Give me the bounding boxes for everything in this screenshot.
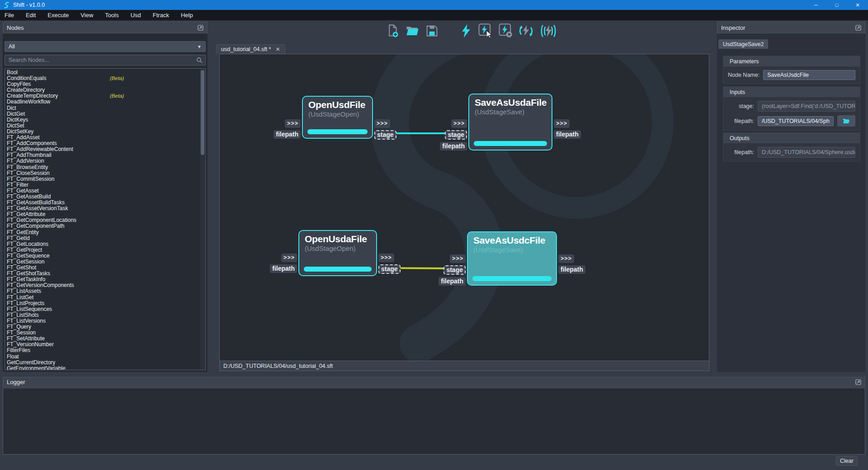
execute-button[interactable] [460,24,472,38]
menu-edit[interactable]: Edit [26,12,36,19]
port-arrow[interactable]: >>> [451,119,467,128]
tab-close-icon[interactable]: ✕ [276,46,280,52]
minimize-button[interactable]: ─ [806,0,826,10]
menu-file[interactable]: File [5,12,14,19]
new-file-button[interactable] [387,24,400,38]
node-status-bar [307,129,368,134]
parameters-group-header[interactable]: Parameters [723,56,860,66]
node-filter-dropdown[interactable]: All ▼ [5,41,206,52]
graph-tab[interactable]: usd_tutorial_04.sft * ✕ [216,44,285,54]
port-filepath[interactable]: filepath [274,130,301,139]
clear-logger-button[interactable]: Clear [836,456,858,466]
execute-from-selected-button[interactable] [498,23,513,38]
port-filepath[interactable]: filepath [440,142,467,150]
inspector-title: Inspector [721,24,745,31]
port-filepath[interactable]: filepath [554,130,581,139]
port-filepath[interactable]: filepath [558,265,585,274]
node-status-bar [472,276,552,281]
node-list-item[interactable]: FT_ListAssets [5,288,205,294]
port-stage[interactable]: stage [378,264,401,274]
left-ports: >>>stagefilepath [440,119,467,150]
node-list-item-label: GetCurrentDirectory [7,359,55,366]
node-list-item-label: FT_CloseSession [7,170,50,176]
filepath-input[interactable] [758,116,834,126]
menu-view[interactable]: View [80,12,93,19]
menu-execute[interactable]: Execute [47,12,69,19]
graph-node-OpenUsdaFile[interactable]: OpenUsdaFile(UsdStageOpen)>>>filepath>>>… [298,230,377,276]
port-stage[interactable]: stage [445,130,467,140]
title-bar: Shift - v1.0.0 ─ □ ✕ [0,0,868,10]
node-list-item[interactable]: Dict [5,105,205,111]
graph-node-SaveAsUsdaFile[interactable]: SaveAsUsdaFile(UsdStageSave)>>>stagefile… [468,94,552,150]
graph-node-OpenUsdFile[interactable]: OpenUsdFile(UsdStageOpen)>>>filepath>>>s… [302,96,373,139]
outputs-group-header[interactable]: Outputs [723,133,860,143]
node-list-item-label: Bool [7,69,18,75]
search-icon [196,57,203,63]
save-file-button[interactable] [425,24,439,38]
node-list-item-label: FT_GetAssetBuild [7,193,51,200]
node-list-item-label: FT_GetAssetBuildTasks [7,199,65,206]
node-name-input[interactable] [763,70,855,80]
node-list-item-label: DictSet [7,122,24,129]
node-list-item-label: DictGet [7,111,25,117]
port-arrow[interactable]: >>> [554,119,570,128]
port-filepath[interactable]: filepath [270,264,297,273]
port-arrow[interactable]: >>> [374,119,390,128]
port-stage[interactable]: stage [374,130,396,140]
port-arrow[interactable]: >>> [285,119,301,128]
open-file-button[interactable] [406,25,420,37]
browse-file-button[interactable] [837,115,855,127]
live-execute-button[interactable] [539,24,557,38]
node-list-item[interactable]: FT_GetEntity [5,230,205,235]
node-list-item-label: DictSetKey [7,128,33,135]
search-input[interactable] [5,57,196,63]
node-list-item[interactable]: FT_VersionNumber [5,342,205,348]
node-list-item[interactable]: ConditionEquals(Beta) [5,75,205,81]
port-stage[interactable]: stage [443,265,466,275]
nodes-panel-header: Nodes [3,22,208,33]
node-list-item-label: FT_GetAsset [7,188,39,194]
node-list-item[interactable]: FT_ListVersions [5,318,205,324]
node-list-item-label: FT_GetSequence [7,253,50,259]
logger-output-area[interactable] [3,388,865,455]
right-ports: >>>filepath [558,254,585,274]
logger-popout-icon[interactable] [855,379,861,385]
filepath-output-label: filepath: [728,149,754,155]
node-subtitle: (UsdStageOpen) [308,110,367,118]
port-arrow[interactable]: >>> [558,254,574,263]
menu-tools[interactable]: Tools [105,12,118,19]
node-list-item-label: FT_GetAssetVersionTask [7,205,68,212]
node-list-item-label: CreateDirectory [7,87,45,93]
execute-selected-button[interactable] [478,23,492,38]
node-list-item-label: FT_VersionNumber [7,341,54,348]
menu-usd[interactable]: Usd [131,12,141,19]
menu-help[interactable]: Help [181,12,193,19]
inputs-group-header[interactable]: Inputs [723,87,860,97]
maximize-button[interactable]: □ [826,0,847,10]
node-list-item[interactable]: DictKeys [5,117,205,123]
reload-and-execute-button[interactable] [519,24,533,38]
graph-canvas[interactable]: OpenUsdFile(UsdStageOpen)>>>filepath>>>s… [219,54,709,361]
node-list-item[interactable]: GetEnvironmentVariable [5,366,205,370]
node-list-item[interactable]: DictGet [5,111,205,117]
inspector-popout-icon[interactable] [855,25,861,31]
node-list-item-label: FT_ListAssets [7,288,41,294]
node-list-item-label: FT_GetEntity [7,229,39,235]
node-list-item-label: FT_ListVersions [7,318,46,324]
port-arrow[interactable]: >>> [450,254,466,263]
chevron-down-icon[interactable]: ▼ [193,42,205,52]
node-list-item[interactable]: DictSet [5,123,205,129]
node-list-item[interactable]: FilterFiles [5,348,205,353]
port-arrow[interactable]: >>> [281,254,297,262]
node-list-item[interactable]: DeadlineWorkflow [5,99,205,105]
inspected-node-tab[interactable]: UsdStageSave2 [718,39,768,49]
menu-ftrack[interactable]: Ftrack [153,12,169,19]
port-arrow[interactable]: >>> [378,254,394,262]
node-list-item[interactable]: FT_CommitSession [5,176,205,182]
nodes-panel-popout-icon[interactable] [198,25,203,31]
node-status-bar [304,267,372,272]
node-list-item-label: FT_GetVersionComponents [7,282,74,288]
close-button[interactable]: ✕ [847,0,868,10]
port-filepath[interactable]: filepath [439,277,466,286]
graph-node-SaveAsUsdcFile[interactable]: SaveAsUsdcFile(UsdStageSave)>>>stagefile… [467,231,557,286]
